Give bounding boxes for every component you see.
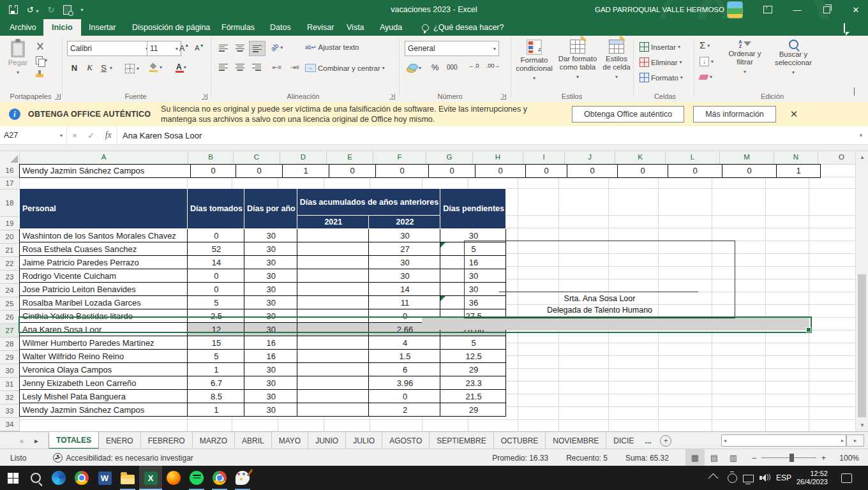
- cell-d16[interactable]: 1: [283, 164, 329, 178]
- tray-clock[interactable]: 12:52 26/4/2023: [797, 466, 828, 490]
- cell-j16[interactable]: 0: [567, 164, 618, 178]
- get-office-button[interactable]: Obtenga Office auténtico: [572, 106, 684, 122]
- cut-button[interactable]: [36, 42, 44, 50]
- cell-2022[interactable]: 2: [368, 403, 440, 417]
- cell-dias-pendientes[interactable]: 29: [440, 363, 506, 376]
- cell-2022[interactable]: 6: [368, 363, 440, 376]
- cell-name[interactable]: Rodrigo Vicente Cuicham: [20, 269, 188, 283]
- cell-2022[interactable]: 27: [368, 242, 440, 256]
- row-header-28[interactable]: 28: [0, 338, 20, 351]
- comments-button[interactable]: [844, 24, 845, 33]
- cell-g16[interactable]: 0: [429, 164, 475, 178]
- cell-dias-por-ano[interactable]: 30: [244, 309, 297, 323]
- scroll-down-icon[interactable]: ▼: [856, 419, 868, 431]
- align-right-button[interactable]: [249, 60, 264, 74]
- print-preview-icon[interactable]: [63, 5, 71, 15]
- taskbar-paint[interactable]: [231, 466, 254, 490]
- comma-style-button[interactable]: 000: [447, 64, 458, 71]
- cell-dias-tomados[interactable]: 14: [188, 256, 244, 269]
- cell-2021[interactable]: [297, 296, 368, 309]
- clear-button[interactable]: ▾: [700, 74, 712, 80]
- row-header-31[interactable]: 31: [0, 378, 20, 391]
- cell-l16[interactable]: 0: [668, 164, 722, 178]
- zoom-slider[interactable]: [761, 457, 816, 458]
- bold-button[interactable]: N: [69, 61, 80, 74]
- autosum-button[interactable]: Σ▾: [700, 41, 710, 50]
- align-middle-button[interactable]: [232, 41, 248, 55]
- tab-disposicion[interactable]: Disposición de página: [124, 19, 218, 36]
- cell-2021[interactable]: [297, 229, 368, 242]
- cell-dias-por-ano[interactable]: 16: [244, 350, 297, 363]
- delete-cells-button[interactable]: Eliminar▾: [640, 57, 682, 67]
- cell-dias-tomados[interactable]: 52: [188, 242, 244, 256]
- cell-dias-por-ano[interactable]: 30: [244, 323, 297, 336]
- horizontal-scrollbar[interactable]: ◂ ▸: [721, 434, 846, 447]
- format-painter-button[interactable]: [36, 71, 43, 75]
- vertical-scroll-thumb[interactable]: [858, 274, 866, 417]
- cell-2021[interactable]: [297, 336, 368, 350]
- cell-2022[interactable]: 0: [368, 390, 440, 403]
- col-header-A[interactable]: A: [20, 151, 188, 165]
- cell-m16[interactable]: 0: [722, 164, 777, 178]
- tab-insertar[interactable]: Insertar: [80, 19, 124, 36]
- cell-c16[interactable]: 0: [236, 164, 283, 178]
- zoom-out-icon[interactable]: −: [752, 454, 756, 463]
- cell-2022[interactable]: 30: [368, 229, 440, 242]
- cell-2021[interactable]: [297, 323, 368, 336]
- select-all-corner[interactable]: [0, 151, 20, 165]
- tab-revisar[interactable]: Revisar: [299, 19, 342, 36]
- cell-dias-tomados[interactable]: 1: [188, 403, 244, 417]
- zoom-slider-thumb[interactable]: [789, 454, 794, 462]
- tab-archivo[interactable]: Archivo: [1, 19, 45, 36]
- accessibility-status[interactable]: Accesibilidad: es necesario investigar: [53, 453, 193, 463]
- cell-dias-pendientes[interactable]: 12.5: [440, 350, 506, 363]
- paste-button[interactable]: Pegar ▾: [4, 41, 32, 77]
- underline-dropdown[interactable]: ▾: [110, 65, 112, 71]
- increase-decimal-button[interactable]: ←.0: [468, 63, 479, 69]
- cell-name-active[interactable]: Ana Karen Sosa Loor: [20, 323, 188, 336]
- sheet-tab-abril[interactable]: ABRIL: [235, 432, 272, 449]
- fill-handle[interactable]: [806, 327, 811, 332]
- cell-dias-tomados[interactable]: 15: [188, 336, 244, 350]
- cell-dias-tomados[interactable]: 0: [188, 229, 244, 242]
- more-info-button[interactable]: Más información: [693, 106, 776, 122]
- fill-color-button[interactable]: ▾: [149, 64, 162, 70]
- name-box[interactable]: A27▾: [0, 126, 67, 144]
- cell-h16[interactable]: 0: [475, 164, 526, 178]
- font-color-button[interactable]: A▾: [176, 64, 186, 70]
- cell-2021[interactable]: [297, 256, 368, 269]
- col-header-G[interactable]: G: [426, 151, 473, 165]
- row-header-23[interactable]: 23: [0, 271, 20, 284]
- cell-a16[interactable]: Wendy Jazmin Sánchez Campos: [19, 164, 191, 178]
- cell-dias-por-ano[interactable]: 30: [244, 390, 297, 403]
- col-header-H[interactable]: H: [473, 151, 523, 165]
- sheet-tab-noviembre[interactable]: NOVIEMBRE: [546, 432, 606, 449]
- tab-vista[interactable]: Vista: [338, 19, 373, 36]
- cell-dias-pendientes[interactable]: 23.3: [440, 376, 506, 390]
- cell-name[interactable]: Veronica Olaya Campos: [20, 363, 188, 376]
- font-name-select[interactable]: Calibri▾: [67, 41, 151, 56]
- avatar[interactable]: [728, 2, 742, 18]
- cell-2022[interactable]: 11: [368, 296, 440, 309]
- cell-n16[interactable]: 1: [777, 164, 821, 178]
- tab-formulas[interactable]: Fórmulas: [213, 19, 263, 36]
- col-header-N[interactable]: N: [774, 151, 818, 165]
- cell-dias-pendientes[interactable]: 21.5: [440, 390, 506, 403]
- cell-e16[interactable]: 0: [329, 164, 376, 178]
- cell-name[interactable]: Jaime Patricio Paredes Perrazo: [20, 256, 188, 269]
- taskbar-chrome-profile[interactable]: [208, 466, 231, 490]
- row-header-34[interactable]: 34: [0, 418, 20, 431]
- underline-button[interactable]: S: [98, 61, 109, 74]
- cell-dias-tomados[interactable]: 5: [188, 350, 244, 363]
- header-2021[interactable]: 2021: [297, 216, 368, 229]
- cell-2022[interactable]: 1.5: [368, 350, 440, 363]
- cell-dias-por-ano[interactable]: 30: [244, 376, 297, 390]
- cell-2022[interactable]: 30: [368, 256, 440, 269]
- sheet-tab-julio[interactable]: JULIO: [346, 432, 382, 449]
- minimize-button[interactable]: —: [786, 0, 808, 19]
- cell-dias-por-ano[interactable]: 30: [244, 403, 297, 417]
- collapse-ribbon-button[interactable]: [854, 88, 855, 96]
- page-layout-view-button[interactable]: ▤: [705, 449, 724, 466]
- clipboard-dialog-launcher[interactable]: [55, 94, 61, 100]
- percent-style-button[interactable]: %: [431, 63, 439, 72]
